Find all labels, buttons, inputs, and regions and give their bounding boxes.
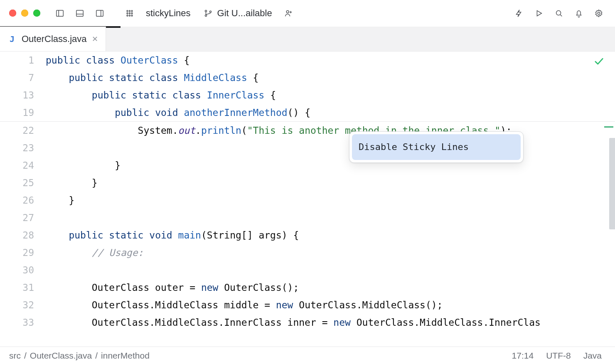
sticky-line[interactable]: 1public class OuterClass { xyxy=(0,52,615,69)
code-line[interactable]: 29 // Usage: xyxy=(0,244,615,261)
svg-point-14 xyxy=(131,15,133,16)
code-content: } xyxy=(46,157,121,174)
notifications-icon[interactable] xyxy=(572,6,586,20)
svg-line-22 xyxy=(560,15,562,16)
svg-point-6 xyxy=(127,10,128,12)
code-content: } xyxy=(46,192,74,209)
project-name-label: stickyLines xyxy=(146,8,191,19)
context-menu: Disable Sticky Lines xyxy=(349,131,524,163)
code-content: } xyxy=(46,174,98,192)
breadcrumb-item[interactable]: innerMethod xyxy=(101,351,150,361)
sticky-line[interactable]: 13 public static class InnerClass { xyxy=(0,86,615,104)
svg-point-17 xyxy=(209,11,211,12)
line-number: 24 xyxy=(0,157,46,174)
right-panel-toggle-icon[interactable] xyxy=(93,6,107,20)
menu-item-label: Disable Sticky Lines xyxy=(359,142,469,152)
svg-rect-2 xyxy=(76,10,84,16)
line-number: 25 xyxy=(0,174,46,192)
line-number: 27 xyxy=(0,209,46,226)
left-panel-toggle-icon[interactable] xyxy=(53,6,67,20)
sticky-line[interactable]: 7 public static class MiddleClass { xyxy=(0,69,615,86)
collaborate-icon[interactable] xyxy=(281,6,295,20)
svg-point-7 xyxy=(129,10,130,12)
line-number: 31 xyxy=(0,279,46,296)
line-number: 30 xyxy=(0,261,46,279)
code-line[interactable]: 27 xyxy=(0,209,615,226)
breadcrumbs[interactable]: src/ OuterClass.java/ innerMethod xyxy=(9,351,150,361)
sticky-line[interactable]: 19 public void anotherInnerMethod() { xyxy=(0,104,615,121)
project-name-button[interactable]: stickyLines xyxy=(143,5,194,22)
code-line[interactable]: 25 } xyxy=(0,174,615,192)
editor-tab[interactable]: J OuterClass.java ✕ xyxy=(0,27,106,51)
code-content: public void anotherInnerMethod() { xyxy=(46,104,310,121)
svg-rect-4 xyxy=(96,10,103,16)
window-controls xyxy=(9,10,40,17)
run-icon[interactable] xyxy=(532,6,546,20)
svg-point-23 xyxy=(598,12,600,15)
svg-point-9 xyxy=(127,12,128,14)
svg-point-8 xyxy=(131,10,133,12)
code-content: public static class MiddleClass { xyxy=(46,69,258,86)
vcs-widget-button[interactable]: Git U...ailable xyxy=(200,5,276,22)
tab-close-icon[interactable]: ✕ xyxy=(92,34,98,44)
line-number: 23 xyxy=(0,139,46,157)
code-line[interactable]: 30 xyxy=(0,261,615,279)
settings-icon[interactable] xyxy=(592,6,606,20)
svg-point-11 xyxy=(131,12,133,14)
code-content: public class OuterClass { xyxy=(46,52,189,69)
editor-tabbar: J OuterClass.java ✕ xyxy=(0,27,615,52)
line-number: 1 xyxy=(0,52,46,69)
code-content: public static class InnerClass { xyxy=(46,86,276,104)
zoom-window-button[interactable] xyxy=(33,10,40,17)
line-number: 32 xyxy=(0,296,46,314)
line-number: 22 xyxy=(0,122,46,139)
line-number: 28 xyxy=(0,226,46,244)
search-icon[interactable] xyxy=(552,6,566,20)
line-number: 33 xyxy=(0,314,46,331)
code-content: OuterClass.MiddleClass.InnerClass inner … xyxy=(46,314,541,331)
code-line[interactable]: 33 OuterClass.MiddleClass.InnerClass inn… xyxy=(0,314,615,331)
code-line[interactable]: 31 OuterClass outer = new OuterClass(); xyxy=(0,279,615,296)
code-line[interactable]: 26 } xyxy=(0,192,615,209)
ai-assistant-icon[interactable] xyxy=(512,6,526,20)
line-number: 29 xyxy=(0,244,46,261)
app-grid-icon[interactable] xyxy=(123,6,137,20)
svg-point-16 xyxy=(205,15,207,16)
code-line[interactable]: 32 OuterClass.MiddleClass middle = new O… xyxy=(0,296,615,314)
menu-item-disable-sticky-lines[interactable]: Disable Sticky Lines xyxy=(352,134,521,160)
titlebar: stickyLines Git U...ailable xyxy=(0,0,615,27)
svg-rect-0 xyxy=(57,10,64,16)
code-content: public static void main(String[] args) { xyxy=(46,226,299,244)
breadcrumb-item[interactable]: src xyxy=(9,351,21,361)
close-window-button[interactable] xyxy=(9,10,16,17)
git-branch-icon xyxy=(203,8,213,18)
sticky-lines-block[interactable]: 1public class OuterClass {7 public stati… xyxy=(0,52,615,122)
svg-point-21 xyxy=(556,10,561,15)
minimize-window-button[interactable] xyxy=(21,10,28,17)
vcs-status-label: Git U...ailable xyxy=(217,8,272,19)
inspection-ok-icon[interactable] xyxy=(593,55,605,67)
line-number: 7 xyxy=(0,69,46,86)
svg-point-13 xyxy=(129,15,130,16)
svg-point-10 xyxy=(129,12,130,14)
code-content: // Usage: xyxy=(46,244,143,261)
code-line[interactable]: 28 public static void main(String[] args… xyxy=(0,226,615,244)
tab-label: OuterClass.java xyxy=(22,34,87,44)
file-encoding[interactable]: UTF-8 xyxy=(542,351,575,361)
line-number: 13 xyxy=(0,86,46,104)
status-bar: src/ OuterClass.java/ innerMethod 17:14 … xyxy=(0,347,615,364)
caret-position[interactable]: 17:14 xyxy=(508,351,538,361)
file-language[interactable]: Java xyxy=(579,351,606,361)
editor-scrollbar[interactable] xyxy=(609,138,615,229)
minimap-marker xyxy=(604,126,613,128)
line-number: 26 xyxy=(0,192,46,209)
svg-point-12 xyxy=(127,15,128,16)
java-file-icon: J xyxy=(7,34,17,44)
code-content: OuterClass.MiddleClass middle = new Oute… xyxy=(46,296,443,314)
bottom-panel-toggle-icon[interactable] xyxy=(73,6,87,20)
code-content: OuterClass outer = new OuterClass(); xyxy=(46,279,299,296)
svg-point-18 xyxy=(286,10,289,13)
code-editor[interactable]: 1public class OuterClass {7 public stati… xyxy=(0,52,615,347)
line-number: 19 xyxy=(0,104,46,121)
breadcrumb-item[interactable]: OuterClass.java xyxy=(30,351,92,361)
